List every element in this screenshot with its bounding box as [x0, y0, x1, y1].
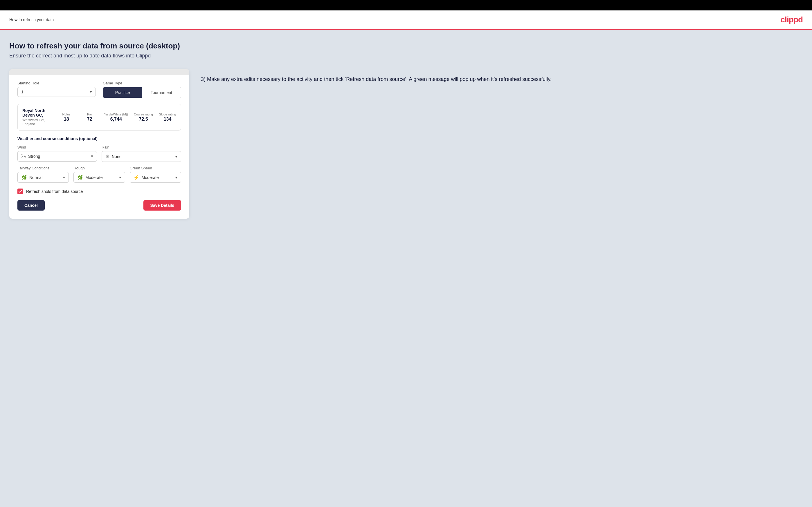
holes-label: Holes: [58, 113, 75, 116]
rough-select[interactable]: Moderate Light Heavy: [85, 175, 121, 180]
fairway-select-wrapper[interactable]: 🌿 Normal Soft Firm ▼: [17, 172, 69, 183]
tournament-button[interactable]: Tournament: [142, 87, 181, 98]
page-subheading: Ensure the correct and most up to date d…: [9, 53, 803, 59]
refresh-checkbox[interactable]: [17, 188, 23, 194]
green-speed-icon: ⚡: [134, 175, 139, 180]
game-type-label: Game Type: [103, 81, 181, 85]
rain-select-wrapper[interactable]: ☀ None Light Heavy ▼: [102, 151, 181, 162]
form-card-top: [9, 69, 189, 75]
course-name: Royal North Devon GC,: [22, 108, 52, 117]
starting-hole-select-wrapper[interactable]: 1 10 ▼: [17, 87, 96, 97]
header-title: How to refresh your data: [9, 17, 54, 22]
top-bar: [0, 0, 812, 10]
rough-icon: 🌿: [77, 175, 83, 180]
slope-rating-value: 134: [159, 117, 176, 122]
starting-hole-select[interactable]: 1 10: [21, 90, 92, 94]
page-heading: How to refresh your data from source (de…: [9, 42, 803, 51]
starting-hole-group: Starting Hole 1 10 ▼: [17, 81, 96, 98]
yards-label: Yards/White (M)): [104, 113, 128, 116]
course-holes: Holes 18: [58, 113, 75, 122]
yards-value: 6,744: [104, 117, 128, 122]
wind-select[interactable]: Strong Light None: [28, 154, 93, 159]
course-info: Royal North Devon GC, Westward Ho!, Engl…: [17, 104, 181, 130]
wind-select-wrapper[interactable]: 🌬 Strong Light None ▼: [17, 151, 97, 162]
starting-hole-row: Starting Hole 1 10 ▼ Game Type Practice …: [17, 81, 181, 98]
conditions-section-title: Weather and course conditions (optional): [17, 136, 181, 141]
rain-select[interactable]: None Light Heavy: [112, 154, 177, 159]
fairway-select[interactable]: Normal Soft Firm: [29, 175, 65, 180]
save-button[interactable]: Save Details: [143, 200, 182, 211]
conditions-grid-3: Fairway Conditions 🌿 Normal Soft Firm ▼ …: [17, 166, 181, 183]
course-rating-label: Course rating: [134, 113, 153, 116]
form-actions: Cancel Save Details: [17, 200, 181, 211]
content-area: Starting Hole 1 10 ▼ Game Type Practice …: [9, 69, 803, 219]
conditions-grid: Wind 🌬 Strong Light None ▼ Rain ☀: [17, 145, 181, 162]
par-value: 72: [81, 117, 98, 122]
course-rating: Course rating 72.5: [134, 113, 153, 122]
par-label: Par: [81, 113, 98, 116]
rain-label: Rain: [102, 145, 181, 149]
wind-group: Wind 🌬 Strong Light None ▼: [17, 145, 97, 162]
game-type-toggle: Practice Tournament: [103, 87, 181, 98]
side-note-text: 3) Make any extra edits necessary to the…: [201, 75, 803, 83]
rain-group: Rain ☀ None Light Heavy ▼: [102, 145, 181, 162]
green-speed-select-wrapper[interactable]: ⚡ Moderate Slow Fast ▼: [130, 172, 181, 183]
holes-value: 18: [58, 117, 75, 122]
course-name-block: Royal North Devon GC, Westward Ho!, Engl…: [22, 108, 52, 126]
fairway-group: Fairway Conditions 🌿 Normal Soft Firm ▼: [17, 166, 69, 183]
game-type-group: Game Type Practice Tournament: [103, 81, 181, 98]
wind-icon: 🌬: [21, 154, 26, 159]
course-rating-value: 72.5: [134, 117, 153, 122]
rain-icon: ☀: [105, 154, 109, 159]
checkmark-icon: [18, 190, 22, 193]
course-location: Westward Ho!, England: [22, 118, 52, 126]
fairway-icon: 🌿: [21, 175, 27, 180]
starting-hole-label: Starting Hole: [17, 81, 96, 85]
side-note: 3) Make any extra edits necessary to the…: [201, 69, 803, 89]
wind-label: Wind: [17, 145, 97, 149]
refresh-checkbox-row: Refresh shots from data source: [17, 188, 181, 194]
refresh-checkbox-label: Refresh shots from data source: [26, 189, 83, 194]
practice-button[interactable]: Practice: [103, 87, 142, 98]
course-par: Par 72: [81, 113, 98, 122]
main-content: How to refresh your data from source (de…: [0, 30, 812, 507]
slope-rating-label: Slope rating: [159, 113, 176, 116]
header: How to refresh your data clippd: [0, 10, 812, 30]
fairway-label: Fairway Conditions: [17, 166, 69, 170]
cancel-button[interactable]: Cancel: [17, 200, 45, 211]
rough-group: Rough 🌿 Moderate Light Heavy ▼: [73, 166, 125, 183]
rough-select-wrapper[interactable]: 🌿 Moderate Light Heavy ▼: [73, 172, 125, 183]
green-speed-label: Green Speed: [130, 166, 181, 170]
form-card: Starting Hole 1 10 ▼ Game Type Practice …: [9, 69, 189, 219]
logo: clippd: [781, 15, 803, 24]
course-yards: Yards/White (M)) 6,744: [104, 113, 128, 122]
green-speed-select[interactable]: Moderate Slow Fast: [142, 175, 177, 180]
green-speed-group: Green Speed ⚡ Moderate Slow Fast ▼: [130, 166, 181, 183]
slope-rating: Slope rating 134: [159, 113, 176, 122]
rough-label: Rough: [73, 166, 125, 170]
